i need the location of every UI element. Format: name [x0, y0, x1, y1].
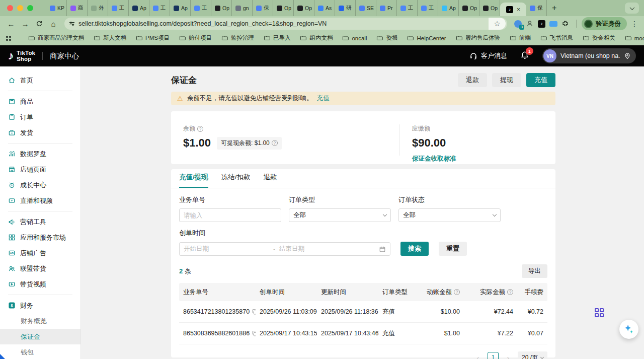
sidebar-item-finance-overview[interactable]: 财务概览: [0, 313, 80, 329]
tab-freeze-deduct[interactable]: 冻结/扣款: [221, 173, 251, 188]
site-settings-icon[interactable]: [69, 22, 74, 25]
browser-tab[interactable]: 商: [67, 0, 88, 16]
bookmark-star-button[interactable]: ☆: [489, 18, 506, 30]
ai-assistant-button[interactable]: [619, 320, 638, 339]
url-text[interactable]: seller.tiktokshopglobalselling.com/depos…: [78, 20, 489, 27]
browser-tab[interactable]: 外: [88, 0, 108, 16]
browser-tab[interactable]: Op: [479, 0, 500, 16]
profile-extension-icon[interactable]: [526, 20, 534, 28]
browser-menu-button[interactable]: ⋮: [629, 20, 640, 28]
sidebar-item-home[interactable]: 首页: [0, 73, 80, 88]
browser-tab[interactable]: 工: [191, 0, 211, 16]
browser-tab[interactable]: 工: [418, 0, 438, 16]
bookmark-item[interactable]: 商家商品治理文档: [28, 34, 84, 42]
sidebar-item-finance[interactable]: $ 财务: [0, 298, 80, 313]
close-tab-icon[interactable]: ×: [517, 7, 520, 13]
sidebar-item-live-video[interactable]: 直播和视频: [0, 193, 80, 208]
browser-tab[interactable]: 工: [108, 0, 129, 16]
sidebar-item-marketing[interactable]: 营销工具: [0, 214, 80, 230]
browser-tab[interactable]: Pr: [376, 0, 397, 16]
bookmark-item[interactable]: mock: [625, 35, 644, 41]
browser-profile-chip[interactable]: 验证身份: [582, 17, 627, 30]
tab-search-button[interactable]: [625, 3, 639, 14]
browser-tab[interactable]: 工: [397, 0, 418, 16]
customer-messages-button[interactable]: 客户消息: [469, 51, 507, 60]
copy-icon[interactable]: [252, 309, 256, 315]
browser-tab-active-tiktok[interactable]: ♪ ×: [500, 3, 526, 16]
order-type-select[interactable]: 全部: [289, 208, 391, 222]
address-bar[interactable]: seller.tiktokshopglobalselling.com/depos…: [64, 18, 507, 30]
reset-button[interactable]: 重置: [439, 242, 467, 256]
page-size-select[interactable]: 20 /页: [518, 351, 547, 359]
bookmark-item[interactable]: 监控治理: [221, 34, 254, 42]
browser-tab[interactable]: Op: [459, 0, 479, 16]
deposit-standard-link[interactable]: 保证金收取标准: [412, 155, 456, 163]
blue-extension-icon[interactable]: [549, 21, 557, 27]
browser-tab[interactable]: SE: [356, 0, 376, 16]
sidebar-item-shop-ads[interactable]: AD 店铺广告: [0, 245, 80, 261]
recharge-button[interactable]: 充值: [526, 73, 555, 87]
order-status-select[interactable]: 全部: [398, 208, 501, 222]
close-window-button[interactable]: [7, 5, 13, 11]
search-button[interactable]: 搜索: [400, 242, 429, 256]
tiktok-shop-logo[interactable]: ♪ TikTokShop: [8, 49, 35, 62]
new-tab-button[interactable]: +: [547, 4, 561, 13]
sidebar-item-affiliate[interactable]: 联盟带货: [0, 261, 80, 276]
forward-button[interactable]: →: [19, 18, 31, 30]
sidebar-item-shipping[interactable]: 发货: [0, 125, 80, 140]
sidebar-item-deposit[interactable]: 保证金: [0, 329, 80, 344]
sidebar-item-growth[interactable]: 成长中心: [0, 177, 80, 193]
tab-refund[interactable]: 退款: [264, 173, 277, 188]
withdraw-button[interactable]: 提现: [492, 73, 521, 87]
window-controls[interactable]: [7, 5, 33, 11]
extensions-puzzle-icon[interactable]: [561, 20, 569, 28]
info-icon[interactable]: [272, 140, 278, 146]
browser-tab[interactable]: 保: [253, 0, 273, 16]
browser-tab[interactable]: Ap: [438, 0, 459, 16]
browser-tab[interactable]: As: [314, 0, 335, 16]
bookmark-item[interactable]: 已导入: [264, 34, 291, 42]
browser-tab[interactable]: Op: [211, 0, 232, 16]
prev-page-button[interactable]: ‹: [472, 352, 484, 359]
fullscreen-window-button[interactable]: [27, 5, 33, 11]
bookmark-item[interactable]: 前端: [510, 34, 531, 42]
refund-button[interactable]: 退款: [458, 73, 487, 87]
browser-tab[interactable]: 保: [526, 0, 547, 16]
bookmark-item[interactable]: oncall: [342, 35, 367, 41]
browser-tab[interactable]: KP: [46, 0, 67, 16]
sidebar-item-orders[interactable]: 订单: [0, 109, 80, 125]
bookmark-item[interactable]: 组内文档: [300, 34, 333, 42]
info-icon[interactable]: [507, 289, 513, 295]
alert-recharge-link[interactable]: 充值: [317, 94, 330, 103]
shop-selector[interactable]: VN Vietnam (eu shop na...: [542, 48, 636, 63]
floating-grid-widget[interactable]: [595, 308, 604, 317]
bookmark-item[interactable]: 新人文档: [94, 34, 126, 42]
date-range-picker[interactable]: 开始日期 - 结束日期: [179, 242, 390, 256]
apps-grid-icon[interactable]: [6, 36, 11, 41]
info-icon[interactable]: [197, 126, 203, 132]
order-no-input[interactable]: [179, 208, 281, 222]
browser-tab[interactable]: 工: [149, 0, 170, 16]
bookmark-item[interactable]: 资损: [376, 34, 397, 42]
next-page-button[interactable]: ›: [503, 352, 514, 359]
copy-icon[interactable]: [252, 330, 256, 337]
browser-tab[interactable]: 研: [335, 0, 356, 16]
globe-extension-icon[interactable]: 3: [514, 20, 522, 28]
bookmark-item[interactable]: 资金相关: [583, 34, 615, 42]
tab-recharge-withdraw[interactable]: 充值/提现: [179, 173, 208, 188]
sidebar-item-analytics[interactable]: 数据罗盘: [0, 146, 80, 162]
reload-button[interactable]: [33, 18, 45, 30]
notifications-button[interactable]: 1: [520, 51, 529, 61]
home-button[interactable]: ⌂: [47, 18, 59, 30]
page-number[interactable]: 1: [488, 352, 499, 359]
browser-tab[interactable]: Ap: [129, 0, 149, 16]
sidebar-item-products[interactable]: 商品: [0, 94, 80, 109]
sidebar-item-app-market[interactable]: 应用和服务市场: [0, 230, 80, 245]
minimize-window-button[interactable]: [17, 5, 23, 11]
bookmark-item[interactable]: 飞书消息: [540, 34, 573, 42]
bookmark-item[interactable]: 履约售后体验: [456, 34, 500, 42]
back-button[interactable]: ←: [5, 18, 17, 30]
tiktok-extension-icon[interactable]: ♪: [538, 20, 545, 28]
info-icon[interactable]: [454, 289, 460, 295]
bookmark-item[interactable]: PMS项目: [136, 34, 170, 42]
